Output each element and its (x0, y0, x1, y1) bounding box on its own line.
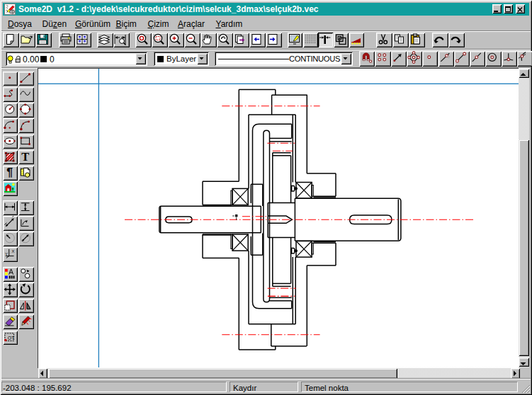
svg-text:Y: Y (4, 252, 7, 256)
svg-text:T: T (21, 150, 29, 163)
svg-text:¶: ¶ (6, 166, 13, 178)
svg-text:X: X (11, 249, 14, 253)
svg-text:OT: OT (7, 335, 13, 340)
